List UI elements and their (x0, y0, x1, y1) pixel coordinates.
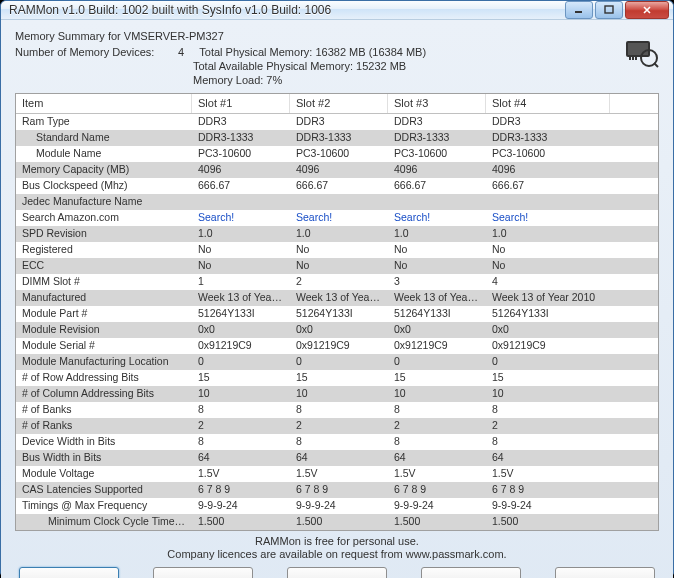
table-row[interactable]: SPD Revision1.01.01.01.0 (16, 226, 658, 242)
row-value: No (192, 258, 290, 274)
table-row[interactable]: ECCNoNoNoNo (16, 258, 658, 274)
row-value: 10 (290, 386, 388, 402)
row-label: Search Amazon.com (16, 210, 192, 226)
row-value: 1.0 (388, 226, 486, 242)
table-row[interactable]: ManufacturedWeek 13 of Year 2010Week 13 … (16, 290, 658, 306)
row-value: 4096 (290, 162, 388, 178)
row-value: 2 (290, 418, 388, 434)
table-row[interactable]: # of Column Addressing Bits10101010 (16, 386, 658, 402)
table-row[interactable]: Module Part #51264Y133I51264Y133I51264Y1… (16, 306, 658, 322)
row-value: Week 13 of Year 2010 (290, 290, 388, 306)
table-row[interactable]: Module Manufacturing Location0000 (16, 354, 658, 370)
row-value: 2 (192, 418, 290, 434)
col-slot3[interactable]: Slot #3 (388, 94, 486, 113)
table-row[interactable]: Minimum Clock Cycle Time, tCK (ns)1.5001… (16, 514, 658, 530)
row-value: 1.0 (486, 226, 610, 242)
footer-text: RAMMon is free for personal use. Company… (15, 531, 659, 567)
row-value: No (290, 242, 388, 258)
footer-line1: RAMMon is free for personal use. (15, 535, 659, 548)
search-link[interactable]: Search! (192, 210, 290, 226)
row-value: 1.5V (486, 466, 610, 482)
table-row[interactable]: Module Serial #0x91219C90x91219C90x91219… (16, 338, 658, 354)
col-slot1[interactable]: Slot #1 (192, 94, 290, 113)
total-physical: Total Physical Memory: 16382 MB (16384 M… (199, 46, 426, 58)
memory-summary: Memory Summary for VMSERVER-PM327 Number… (15, 30, 659, 87)
passmark-home-button[interactable]: PassMark Home (19, 567, 119, 578)
row-value: DDR3-1333 (486, 130, 610, 146)
grid-body[interactable]: Ram TypeDDR3DDR3DDR3DDR3Standard NameDDR… (16, 114, 658, 530)
search-link[interactable]: Search! (290, 210, 388, 226)
table-row[interactable]: Timings @ Max Frequency9-9-9-249-9-9-249… (16, 498, 658, 514)
row-value: 0x0 (486, 322, 610, 338)
row-value: 15 (388, 370, 486, 386)
row-value: 8 (192, 402, 290, 418)
row-value: 666.67 (192, 178, 290, 194)
minimize-button[interactable] (565, 1, 593, 19)
row-value: 666.67 (486, 178, 610, 194)
row-value: 6 7 8 9 (388, 482, 486, 498)
row-value: 2 (290, 274, 388, 290)
row-value: 8 (486, 402, 610, 418)
row-label: CAS Latencies Supported (16, 482, 192, 498)
about-button[interactable]: About (153, 567, 253, 578)
svg-line-5 (654, 63, 658, 67)
row-value (192, 194, 290, 210)
col-slot2[interactable]: Slot #2 (290, 94, 388, 113)
row-value: DDR3 (388, 114, 486, 130)
row-value: No (486, 258, 610, 274)
row-value: 15 (192, 370, 290, 386)
total-available: Total Available Physical Memory: 15232 M… (193, 60, 406, 72)
maximize-button[interactable] (595, 1, 623, 19)
table-row[interactable]: # of Row Addressing Bits15151515 (16, 370, 658, 386)
table-row[interactable]: Module Voltage1.5V1.5V1.5V1.5V (16, 466, 658, 482)
table-row[interactable]: CAS Latencies Supported6 7 8 96 7 8 96 7… (16, 482, 658, 498)
table-row[interactable]: Search Amazon.comSearch!Search!Search!Se… (16, 210, 658, 226)
row-value: 1.5V (388, 466, 486, 482)
row-value: 0x91219C9 (388, 338, 486, 354)
row-value: 2 (486, 418, 610, 434)
row-value: 9-9-9-24 (290, 498, 388, 514)
table-row[interactable]: DIMM Slot #1234 (16, 274, 658, 290)
table-row[interactable]: Bus Clockspeed (Mhz)666.67666.67666.6766… (16, 178, 658, 194)
table-row[interactable]: # of Banks8888 (16, 402, 658, 418)
row-value (388, 194, 486, 210)
grid-header: Item Slot #1 Slot #2 Slot #3 Slot #4 (16, 94, 658, 114)
table-row[interactable]: Device Width in Bits8888 (16, 434, 658, 450)
search-link[interactable]: Search! (388, 210, 486, 226)
data-grid: Item Slot #1 Slot #2 Slot #3 Slot #4 Ram… (15, 93, 659, 531)
row-label: Module Part # (16, 306, 192, 322)
table-row[interactable]: Module NamePC3-10600PC3-10600PC3-10600PC… (16, 146, 658, 162)
table-row[interactable]: Standard NameDDR3-1333DDR3-1333DDR3-1333… (16, 130, 658, 146)
content-area: Memory Summary for VMSERVER-PM327 Number… (1, 20, 673, 578)
row-label: Standard Name (16, 130, 192, 146)
col-item[interactable]: Item (16, 94, 192, 113)
row-value: No (192, 242, 290, 258)
titlebar[interactable]: RAMMon v1.0 Build: 1002 built with SysIn… (1, 1, 673, 20)
table-row[interactable]: RegisteredNoNoNoNo (16, 242, 658, 258)
row-label: SPD Revision (16, 226, 192, 242)
help-button[interactable]: Help (287, 567, 387, 578)
table-row[interactable]: Bus Width in Bits64646464 (16, 450, 658, 466)
row-value: DDR3 (486, 114, 610, 130)
row-label: Registered (16, 242, 192, 258)
row-label: Module Serial # (16, 338, 192, 354)
table-row[interactable]: # of Ranks2222 (16, 418, 658, 434)
svg-rect-7 (632, 57, 634, 60)
table-row[interactable]: Ram TypeDDR3DDR3DDR3DDR3 (16, 114, 658, 130)
row-label: Memory Capacity (MB) (16, 162, 192, 178)
export-copy-button[interactable]: Export/Copy (421, 567, 521, 578)
row-value: 0x0 (290, 322, 388, 338)
row-value: No (388, 258, 486, 274)
table-row[interactable]: Module Revision0x00x00x00x0 (16, 322, 658, 338)
table-row[interactable]: Memory Capacity (MB)4096409640964096 (16, 162, 658, 178)
row-value: 15 (486, 370, 610, 386)
col-slot4[interactable]: Slot #4 (486, 94, 610, 113)
row-value: 51264Y133I (290, 306, 388, 322)
search-link[interactable]: Search! (486, 210, 610, 226)
row-value: 8 (388, 434, 486, 450)
exit-button[interactable]: Exit (555, 567, 655, 578)
row-label: Bus Clockspeed (Mhz) (16, 178, 192, 194)
table-row[interactable]: Jedec Manufacture Name (16, 194, 658, 210)
close-button[interactable] (625, 1, 669, 19)
row-label: DIMM Slot # (16, 274, 192, 290)
